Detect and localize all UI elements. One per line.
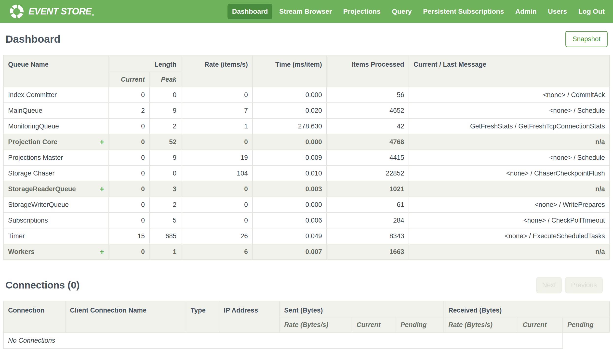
queue-peak-cell: 3 — [150, 181, 181, 197]
queue-current-cell: 0 — [109, 244, 150, 260]
queue-row: MonitoringQueue021278.63042GetFreshStats… — [3, 118, 610, 134]
nav-item-log-out[interactable]: Log Out — [574, 4, 609, 19]
connections-header: Connections (0) Next Previous — [3, 277, 610, 293]
queue-name: Workers — [8, 248, 35, 256]
connections-title: Connections (0) — [5, 280, 80, 291]
queue-peak-cell: 52 — [150, 134, 181, 150]
nav-item-stream-browser[interactable]: Stream Browser — [275, 4, 336, 19]
nav-item-projections[interactable]: Projections — [339, 4, 385, 19]
col-header-sent-current: Current — [352, 317, 396, 332]
queue-current-cell: 0 — [109, 166, 150, 181]
queue-rate-cell: 0 — [181, 87, 253, 103]
queue-time-cell: 0.007 — [253, 244, 327, 260]
queue-name: Subscriptions — [8, 217, 48, 224]
nav-item-admin[interactable]: Admin — [511, 4, 541, 19]
queue-current-cell: 2 — [109, 103, 150, 118]
queue-time-cell: 0.003 — [253, 181, 327, 197]
snapshot-button[interactable]: Snapshot — [565, 31, 608, 47]
queue-items-cell: 22852 — [327, 166, 409, 181]
no-connections-row: No Connections — [3, 332, 610, 349]
queue-row: Storage Chaser001040.01022852<none> / Ch… — [3, 166, 610, 181]
col-header-peak: Peak — [150, 72, 181, 87]
queue-message-cell: <none> / CommitAck — [409, 87, 610, 103]
col-header-received-rate: Rate (Bytes/s) — [444, 317, 518, 332]
queue-items-cell: 1021 — [327, 181, 409, 197]
queue-peak-cell: 0 — [150, 87, 181, 103]
col-header-queue-name: Queue Name — [3, 55, 109, 87]
queue-message-cell: <none> / CheckPollTimeout — [409, 212, 610, 228]
queue-time-cell: 278.630 — [253, 118, 327, 134]
queue-peak-cell: 2 — [150, 118, 181, 134]
previous-button[interactable]: Previous — [565, 277, 603, 293]
queues-table-header: Queue Name Length Rate (items/s) Time (m… — [3, 55, 610, 87]
queue-current-cell: 0 — [109, 150, 150, 166]
queue-rate-cell: 0 — [181, 212, 253, 228]
col-header-ip-address: IP Address — [219, 301, 280, 332]
queue-group-row: Workers+0160.0071663n/a — [3, 244, 610, 260]
event-store-logo: EVENT STORE — [9, 4, 94, 19]
queue-name-cell: Projection Core+ — [3, 134, 109, 150]
queue-message-cell: <none> / WritePrepares — [409, 197, 610, 212]
queue-row: Timer15685260.0498343<none> / ExecuteSch… — [3, 228, 610, 244]
col-header-rate: Rate (items/s) — [181, 55, 253, 87]
queue-group-row: Projection Core+05200.0004768n/a — [3, 134, 610, 150]
queue-name: StorageWriterQueue — [8, 201, 69, 208]
expand-icon[interactable]: + — [100, 248, 104, 255]
queue-message-cell: <none> / ExecuteScheduledTasks — [409, 228, 610, 244]
nav-item-users[interactable]: Users — [544, 4, 572, 19]
queue-rate-cell: 0 — [181, 181, 253, 197]
queue-rate-cell: 26 — [181, 228, 253, 244]
nav-item-query[interactable]: Query — [387, 4, 416, 19]
queue-peak-cell: 0 — [150, 166, 181, 181]
col-header-time: Time (ms/item) — [253, 55, 327, 87]
queue-current-cell: 0 — [109, 118, 150, 134]
next-button[interactable]: Next — [536, 277, 562, 293]
queue-items-cell: 4415 — [327, 150, 409, 166]
queue-row: Index Committer0000.00056<none> / Commit… — [3, 87, 610, 103]
queue-time-cell: 0.000 — [253, 87, 327, 103]
queue-items-cell: 8343 — [327, 228, 409, 244]
col-header-current: Current — [109, 72, 150, 87]
queue-name-cell: Projections Master — [3, 150, 109, 166]
queue-name-cell: MonitoringQueue — [3, 118, 109, 134]
logo-text: EVENT STORE — [28, 6, 94, 17]
expand-icon[interactable]: + — [100, 138, 104, 146]
queue-row: MainQueue2970.0204652<none> / Schedule — [3, 103, 610, 118]
queue-current-cell: 15 — [109, 228, 150, 244]
queue-items-cell: 4768 — [327, 134, 409, 150]
page-title: Dashboard — [5, 33, 61, 45]
queue-current-cell: 0 — [109, 181, 150, 197]
queue-name-cell: Workers+ — [3, 244, 109, 260]
nav-item-dashboard[interactable]: Dashboard — [228, 4, 272, 19]
nav-item-persistent-subscriptions[interactable]: Persistent Subscriptions — [419, 4, 508, 19]
col-header-client-connection-name: Client Connection Name — [65, 301, 186, 332]
col-header-message: Current / Last Message — [409, 55, 610, 87]
queues-table: Queue Name Length Rate (items/s) Time (m… — [3, 55, 610, 260]
expand-icon[interactable]: + — [100, 185, 104, 193]
col-header-sent-rate: Rate (Bytes/s) — [280, 317, 352, 332]
queue-time-cell: 0.020 — [253, 103, 327, 118]
col-header-sent-bytes: Sent (Bytes) — [280, 301, 444, 317]
queue-time-cell: 0.006 — [253, 212, 327, 228]
queue-row: Subscriptions0500.006284<none> / CheckPo… — [3, 212, 610, 228]
top-navbar: EVENT STORE DashboardStream BrowserProje… — [0, 0, 613, 23]
queue-peak-cell: 9 — [150, 150, 181, 166]
queue-current-cell: 0 — [109, 197, 150, 212]
queue-name-cell: Timer — [3, 228, 109, 244]
col-header-received-current: Current — [518, 317, 563, 332]
queue-message-cell: <none> / Schedule — [409, 150, 610, 166]
queue-peak-cell: 685 — [150, 228, 181, 244]
queue-message-cell: <none> / ChaserCheckpointFlush — [409, 166, 610, 181]
queue-time-cell: 0.049 — [253, 228, 327, 244]
queue-peak-cell: 5 — [150, 212, 181, 228]
queue-message-cell: n/a — [409, 244, 610, 260]
queue-items-cell: 284 — [327, 212, 409, 228]
queue-time-cell: 0.009 — [253, 150, 327, 166]
queue-name: MainQueue — [8, 107, 42, 115]
queue-current-cell: 0 — [109, 87, 150, 103]
queue-current-cell: 0 — [109, 134, 150, 150]
queue-row: StorageWriterQueue0200.00061<none> / Wri… — [3, 197, 610, 212]
queue-name-cell: MainQueue — [3, 103, 109, 118]
queue-name: MonitoringQueue — [8, 123, 59, 130]
queue-name-cell: StorageReaderQueue+ — [3, 181, 109, 197]
